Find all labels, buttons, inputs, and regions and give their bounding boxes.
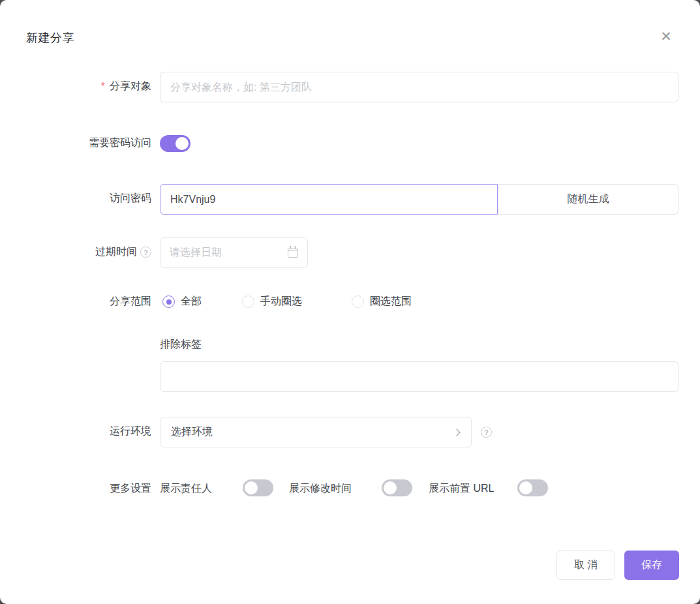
radio-option-all[interactable]: 全部 (162, 295, 202, 309)
share-scope-label: 分享范围 (26, 295, 151, 309)
radio-option-range[interactable]: 圈选范围 (352, 295, 412, 309)
help-icon[interactable]: ? (140, 247, 151, 258)
expire-time-label: 过期时间 ? (26, 245, 151, 259)
toggle-knob (384, 481, 397, 494)
access-password-label: 访问密码 (26, 192, 151, 205)
runtime-env-label: 运行环境 (26, 425, 151, 438)
access-password-input[interactable] (160, 184, 498, 215)
toggle-knob (175, 137, 189, 150)
more-settings-label: 更多设置 (26, 482, 151, 496)
chevron-right-icon (453, 429, 460, 436)
show-modified-time-toggle[interactable] (382, 479, 412, 496)
radio-unselected-icon (352, 295, 364, 308)
radio-label: 全部 (181, 295, 202, 309)
show-prefix-url-label: 展示前置 URL (429, 482, 494, 496)
show-prefix-url-toggle[interactable] (517, 479, 548, 496)
generate-password-button[interactable]: 随机生成 (498, 184, 678, 215)
share-target-label: *分享对象 (26, 80, 151, 93)
toggle-knob (245, 481, 258, 494)
runtime-env-select[interactable]: 选择环境 (160, 417, 472, 447)
exclude-tags-label: 排除标签 (160, 338, 202, 352)
exclude-tags-input[interactable] (160, 361, 678, 392)
select-value: 选择环境 (171, 425, 454, 439)
radio-label: 圈选范围 (370, 295, 412, 309)
radio-option-manual[interactable]: 手动圈选 (242, 295, 302, 309)
radio-unselected-icon (242, 295, 254, 308)
expire-date-picker[interactable]: 请选择日期 (160, 237, 308, 268)
toggle-knob (519, 481, 532, 494)
help-icon[interactable]: ? (481, 427, 492, 438)
show-owner-toggle[interactable] (243, 479, 273, 496)
new-share-dialog: 新建分享 ✕ *分享对象 需要密码访问 访问密码 随机生成 过期时间 ? 请选择… (0, 0, 700, 604)
radio-selected-icon (162, 295, 175, 308)
share-target-input[interactable] (160, 72, 678, 102)
required-mark: * (101, 81, 105, 93)
date-placeholder: 请选择日期 (170, 246, 288, 260)
calendar-icon (288, 249, 298, 258)
need-password-label: 需要密码访问 (26, 136, 151, 150)
show-modified-time-label: 展示修改时间 (289, 482, 352, 496)
need-password-toggle[interactable] (160, 135, 190, 152)
cancel-button[interactable]: 取 消 (556, 551, 615, 580)
radio-label: 手动圈选 (260, 295, 302, 309)
close-icon[interactable]: ✕ (657, 27, 675, 46)
save-button[interactable]: 保存 (624, 551, 679, 580)
dialog-title: 新建分享 (26, 30, 74, 46)
show-owner-label: 展示责任人 (160, 482, 212, 496)
